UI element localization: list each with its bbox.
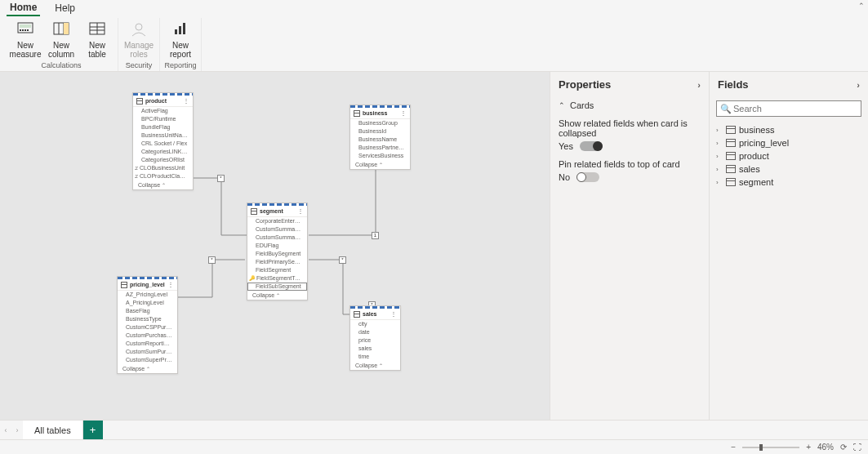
search-icon: 🔍 xyxy=(720,104,732,114)
menu-home[interactable]: Home xyxy=(7,0,40,16)
collapse-button[interactable]: Collapse xyxy=(118,364,177,373)
toggle-pin-related[interactable] xyxy=(576,172,599,182)
rel-marker: * xyxy=(208,256,216,264)
collapse-button[interactable]: Collapse xyxy=(350,160,410,169)
fields-search-input[interactable] xyxy=(716,100,861,117)
table-icon xyxy=(121,282,127,288)
field-item-business[interactable]: ›business xyxy=(714,123,863,136)
collapse-button[interactable]: Collapse xyxy=(133,180,193,189)
ribbon-group-reporting: Newreport Reporting xyxy=(160,18,202,71)
svg-rect-16 xyxy=(179,26,181,34)
card-more-icon[interactable]: ⋮ xyxy=(297,207,304,215)
chevron-right-icon: › xyxy=(716,153,723,160)
new-table-button[interactable]: Newtable xyxy=(80,18,114,60)
new-measure-button[interactable]: Newmeasure xyxy=(8,18,42,60)
svg-rect-9 xyxy=(64,23,69,34)
table-card-segment[interactable]: segment⋮ CorporateEnterpriseFlag CustomS… xyxy=(247,203,308,300)
properties-panel: Properties › ⌃ Cards Show related fields… xyxy=(550,72,709,420)
table-icon xyxy=(726,139,736,147)
svg-rect-2 xyxy=(22,29,24,31)
zoom-slider[interactable] xyxy=(742,447,799,448)
card-more-icon[interactable]: ⋮ xyxy=(183,97,189,105)
table-icon xyxy=(726,178,736,186)
chevron-right-icon: › xyxy=(716,140,723,147)
properties-header[interactable]: Properties › xyxy=(550,72,709,97)
tab-bar: ‹ › All tables + xyxy=(0,420,868,439)
rel-marker: * xyxy=(339,256,346,264)
measure-icon xyxy=(16,20,35,39)
card-more-icon[interactable]: ⋮ xyxy=(390,310,397,318)
add-tab-button[interactable]: + xyxy=(83,421,103,439)
svg-rect-15 xyxy=(175,29,177,34)
workspace: * 1 * * * product⋮ ActiveFlag BPC/Runtim… xyxy=(0,72,868,420)
ribbon-group-security: Manageroles Security xyxy=(118,18,160,71)
model-canvas[interactable]: * 1 * * * product⋮ ActiveFlag BPC/Runtim… xyxy=(0,72,550,420)
card-more-icon[interactable]: ⋮ xyxy=(167,281,174,288)
status-bar: − + 46% ⟳ ⛶ xyxy=(0,439,868,454)
roles-icon xyxy=(129,20,149,39)
svg-rect-3 xyxy=(24,29,26,31)
new-column-button[interactable]: Newcolumn xyxy=(44,18,78,60)
setting-label: Show related fields when card is collaps… xyxy=(559,118,701,138)
new-report-button[interactable]: Newreport xyxy=(163,18,198,60)
zoom-in-button[interactable]: + xyxy=(806,443,811,452)
collapse-button[interactable]: Collapse xyxy=(350,361,400,370)
svg-point-14 xyxy=(136,24,142,30)
manage-roles-button[interactable]: Manageroles xyxy=(122,18,156,60)
table-icon xyxy=(726,126,736,134)
toggle-value: No xyxy=(559,172,570,182)
properties-section-cards[interactable]: ⌃ Cards xyxy=(550,97,709,114)
fields-panel: Fields › 🔍 ›business ›pricing_level ›pro… xyxy=(709,72,868,420)
fields-list: ›business ›pricing_level ›product ›sales… xyxy=(710,120,868,192)
report-icon xyxy=(171,20,190,39)
table-card-product[interactable]: product⋮ ActiveFlag BPC/Runtime BundleFl… xyxy=(132,92,194,190)
field-item-sales[interactable]: ›sales xyxy=(714,162,863,176)
fit-to-page-button[interactable]: ⟳ xyxy=(840,443,847,452)
svg-rect-5 xyxy=(20,24,31,28)
tab-all-tables[interactable]: All tables xyxy=(23,421,83,439)
svg-rect-1 xyxy=(20,29,21,31)
chevron-up-icon: ⌃ xyxy=(559,101,565,109)
chevron-right-icon: › xyxy=(857,80,860,90)
ribbon: Newmeasure Newcolumn Newtable Calculatio… xyxy=(0,16,868,72)
column-icon xyxy=(51,20,71,39)
table-icon xyxy=(354,311,360,318)
rel-marker: 1 xyxy=(372,232,379,239)
field-item-product[interactable]: ›product xyxy=(714,149,863,162)
chevron-right-icon: › xyxy=(716,179,723,186)
table-card-business[interactable]: business⋮ BusinessGroup BusinessId Busin… xyxy=(349,105,411,170)
fullscreen-button[interactable]: ⛶ xyxy=(853,443,861,452)
zoom-out-button[interactable]: − xyxy=(731,443,736,452)
table-icon xyxy=(354,110,360,117)
setting-label: Pin related fields to top of card xyxy=(559,159,701,169)
field-item-segment[interactable]: ›segment xyxy=(714,176,863,189)
chevron-right-icon: › xyxy=(716,127,723,134)
table-icon xyxy=(726,165,736,173)
fields-header[interactable]: Fields › xyxy=(710,72,868,97)
chevron-right-icon: › xyxy=(716,166,723,173)
menu-help[interactable]: Help xyxy=(51,1,78,16)
svg-rect-17 xyxy=(183,23,185,34)
tab-nav-prev[interactable]: ‹ xyxy=(0,421,11,439)
toggle-show-related[interactable] xyxy=(580,141,603,151)
toggle-value: Yes xyxy=(559,141,573,151)
table-icon xyxy=(251,208,257,215)
svg-rect-4 xyxy=(27,29,29,31)
table-card-sales[interactable]: sales⋮ city date price sales time Collap… xyxy=(349,305,401,371)
table-icon xyxy=(87,20,107,39)
menu-bar: Home Help xyxy=(0,0,868,16)
card-more-icon[interactable]: ⋮ xyxy=(400,109,407,117)
field-item-pricing-level[interactable]: ›pricing_level xyxy=(714,136,863,149)
chevron-right-icon: › xyxy=(697,80,701,90)
collapse-button[interactable]: Collapse xyxy=(247,291,307,300)
tab-nav-next[interactable]: › xyxy=(11,421,23,439)
ribbon-group-calculations: Newmeasure Newcolumn Newtable Calculatio… xyxy=(5,18,118,71)
rel-marker: * xyxy=(217,175,225,182)
zoom-level: 46% xyxy=(817,443,834,452)
ribbon-collapse-icon[interactable]: ⌃ xyxy=(858,2,865,10)
table-icon xyxy=(136,98,143,105)
table-icon xyxy=(726,152,736,160)
table-card-pricing-level[interactable]: pricing_level⋮ AZ_PricingLevel A_Pricing… xyxy=(117,276,178,374)
